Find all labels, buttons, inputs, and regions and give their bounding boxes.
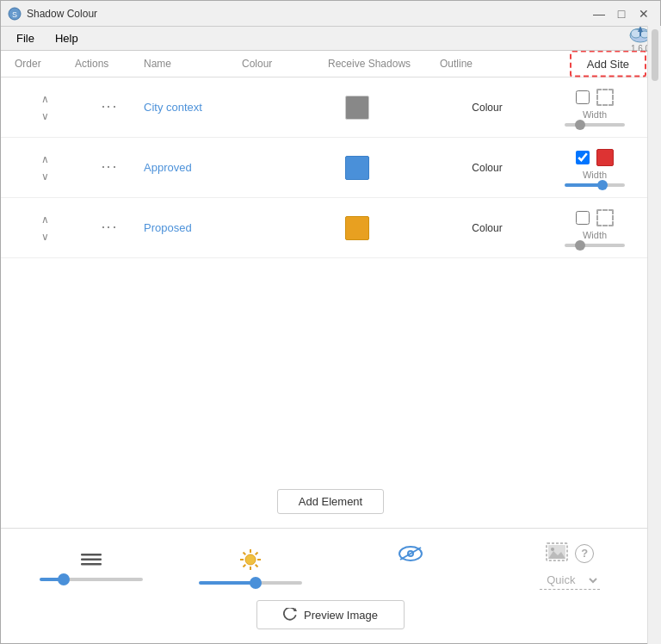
outline-colour-2[interactable] [596,149,614,166]
quick-select[interactable]: Quick Normal Full [540,571,600,590]
move-down-button-2[interactable]: ∨ [38,170,53,183]
help-icon[interactable]: ? [575,544,594,563]
svg-line-18 [244,565,246,567]
colour-swatch-1[interactable] [345,96,369,120]
outline-checkbox-1[interactable] [576,90,590,104]
site-name-2: Approved [144,161,192,174]
svg-line-22 [400,548,421,560]
move-up-button-3[interactable]: ∧ [38,213,53,226]
width-slider-3[interactable] [565,244,625,247]
close-button[interactable]: ✕ [634,4,653,23]
sun-icon[interactable] [238,548,263,574]
eye-group [334,544,487,588]
svg-rect-6 [639,32,641,36]
table-row: ∧ ∨ ⋮ City context Colour [1,77,660,138]
name-col-1: City context [144,101,345,114]
colour-swatch-2[interactable] [345,156,369,180]
move-down-button-3[interactable]: ∨ [38,230,53,244]
actions-menu-1[interactable]: ⋮ [100,99,119,115]
width-label-1: Width [583,109,607,120]
table-row: ∧ ∨ ⋮ Proposed Colour [1,198,660,258]
outline-checkbox-3[interactable] [576,211,590,225]
col-order: Order [15,58,75,70]
width-slider-1[interactable] [565,123,625,127]
outline-col-2: Width [543,149,646,187]
receive-shadows-col-3: Colour [431,222,543,234]
slider-lines[interactable] [40,578,143,581]
menu-file[interactable]: File [8,29,43,47]
colour-col-3 [345,216,431,240]
window-title: Shadow Colour [27,8,590,20]
title-bar: S Shadow Colour — □ ✕ [1,1,660,27]
col-actions: Actions [75,58,144,70]
svg-rect-9 [81,563,102,566]
svg-line-15 [244,553,246,555]
col-name: Name [144,58,242,70]
svg-text:S: S [12,10,17,19]
actions-menu-3[interactable]: ⋮ [100,220,119,236]
receive-shadows-text-3: Colour [472,222,502,234]
restore-button[interactable]: □ [612,4,631,23]
col-receive-shadows: Receive Shadows [328,58,440,70]
svg-rect-7 [81,554,102,556]
col-colour: Colour [242,58,328,70]
width-label-3: Width [583,230,607,240]
site-name-1: City context [144,101,202,114]
menu-bar: File Help 1.6.0 [1,27,660,51]
app-icon: S [8,7,22,21]
actions-menu-2[interactable]: ⋮ [100,159,119,176]
order-col-3: ∧ ∨ [15,213,75,244]
width-slider-2[interactable] [565,183,625,187]
move-down-button-1[interactable]: ∨ [38,109,53,123]
outline-colour-1[interactable] [596,89,614,106]
preview-row: Preview Image [15,600,646,629]
move-up-button-1[interactable]: ∧ [38,92,53,106]
outline-checkbox-2[interactable] [576,151,590,164]
colour-col-2 [345,156,431,180]
add-element-button[interactable]: Add Element [277,489,384,514]
receive-shadows-col-1: Colour [431,102,543,114]
svg-line-16 [256,565,258,567]
menu-help[interactable]: Help [46,29,87,47]
quick-group: ? Quick Normal Full [494,542,647,590]
site-name-3: Proposed [144,221,192,234]
receive-shadows-text-1: Colour [472,102,502,114]
name-col-2: Approved [144,161,345,174]
colour-col-1 [345,96,431,120]
name-col-3: Proposed [144,221,345,234]
actions-col-2: ⋮ [75,159,144,176]
minimize-button[interactable]: — [590,4,608,23]
order-col-1: ∧ ∨ [15,92,75,123]
width-label-2: Width [583,170,607,180]
col-outline: Outline [440,58,543,70]
table-row: ∧ ∨ ⋮ Approved Colour [1,138,660,198]
bottom-controls: ? Quick Normal Full Preview Image [1,529,660,643]
outline-col-1: Width [543,89,646,127]
preview-button[interactable]: Preview Image [256,600,405,629]
svg-point-26 [551,548,554,551]
refresh-icon [283,608,297,622]
outline-colour-3[interactable] [596,209,614,226]
svg-rect-8 [81,559,102,561]
colour-swatch-3[interactable] [345,216,369,240]
actions-col-1: ⋮ [75,99,144,115]
receive-shadows-col-2: Colour [431,162,543,174]
visibility-icon[interactable] [397,544,424,566]
sun-group [175,548,328,585]
svg-line-17 [256,553,258,555]
table-header: Order Actions Name Colour Receive Shadow… [1,51,660,77]
lines-group [15,551,168,581]
slider-sun[interactable] [199,581,302,585]
actions-col-3: ⋮ [75,220,144,236]
svg-point-10 [245,554,256,565]
add-element-area: Add Element [1,475,660,529]
move-up-button-2[interactable]: ∧ [38,152,53,166]
lines-icon[interactable] [79,551,103,571]
add-site-button[interactable]: Add Site [570,51,646,77]
outline-col-3: Width [543,209,646,247]
image-icon[interactable] [546,542,568,564]
main-window: S Shadow Colour — □ ✕ File Help 1.6.0 O [0,0,661,644]
receive-shadows-text-2: Colour [472,162,502,174]
content-area: Order Actions Name Colour Receive Shadow… [1,51,660,643]
preview-label: Preview Image [304,609,378,622]
